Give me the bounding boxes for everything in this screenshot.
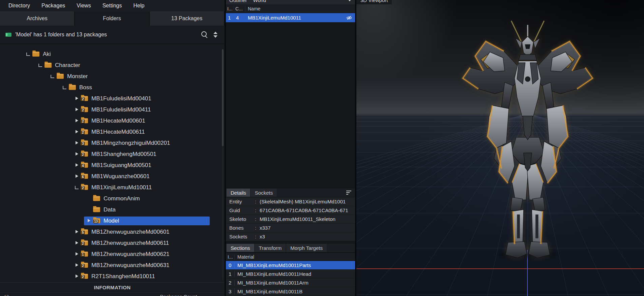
expand-chevron-icon[interactable] (74, 118, 79, 123)
tree-row[interactable]: 2 MB1HecateMd00601 (0, 115, 225, 126)
tree-row[interactable]: 2 MB1ZhenwuguanzheMd00631 (0, 260, 225, 271)
outliner-row-selected[interactable]: 1 4 MB1XinjiLemuMd10011 (226, 13, 355, 22)
tab-sockets[interactable]: Sockets (251, 189, 277, 197)
tree-row[interactable]: Character (0, 60, 225, 71)
tree-row[interactable]: 2 MB1HecateMd00611 (0, 126, 225, 137)
folder-count-badge: 3 (81, 142, 85, 145)
detail-row: Bones : x337 (226, 224, 355, 232)
folder-count-badge: 2 (81, 131, 85, 134)
outliner-row-id: 1 (226, 15, 234, 21)
material-column-headers: I... Material (226, 253, 355, 261)
tree-row[interactable]: 1 MB1ZhenwuguanzheMd00621 (0, 249, 225, 260)
folder-icon: 2 (81, 96, 88, 101)
expand-chevron-icon[interactable] (74, 163, 79, 168)
column-material[interactable]: Material (235, 254, 355, 260)
folder-icon: 5 (81, 229, 88, 234)
chevron-down-icon[interactable] (348, 0, 352, 1)
tree-row[interactable]: 6 MB1Wuguanzhe00601 (0, 171, 225, 182)
expand-chevron-icon[interactable] (86, 207, 91, 212)
material-row[interactable]: 0 MI_MB1XinjiLemuMd10011Parts (226, 261, 355, 270)
expand-chevron-icon[interactable] (26, 52, 31, 57)
outliner-row-name: MB1XinjiLemuMd10011 (245, 15, 346, 21)
tab-sections[interactable]: Sections (227, 244, 254, 252)
detail-row: Skeleto : MB1XinjiLemuMd10011_Skeleton (226, 215, 355, 224)
folder-icon: 3 (81, 140, 88, 145)
tree-row[interactable]: 2 MB1FuludelisiMd00401 (0, 93, 225, 104)
tree-item-label: MB1HecateMd00611 (91, 129, 145, 135)
detail-colon: : (255, 207, 260, 213)
expand-chevron-icon[interactable] (74, 152, 79, 157)
outliner-empty-area[interactable] (226, 22, 355, 188)
column-count[interactable]: C... (234, 6, 245, 11)
material-name: MI_MB1XinjiLemuMd10011Head (235, 271, 311, 277)
viewport-3d[interactable]: 3D Viewport (356, 0, 644, 296)
expand-chevron-icon[interactable] (74, 240, 79, 245)
material-name: MI_MB1XinjiLemuMd10011B (235, 289, 302, 294)
tab-packages-count[interactable]: 13 Packages (150, 11, 225, 26)
expand-chevron-icon[interactable] (86, 218, 91, 223)
expand-chevron-icon[interactable] (74, 263, 79, 268)
tree-row[interactable]: 2 R2T1ShanghenMd10011 (0, 271, 225, 282)
expand-chevron-icon[interactable] (74, 274, 79, 279)
detail-value: x337 (260, 225, 355, 231)
expand-chevron-icon[interactable] (62, 85, 67, 90)
expand-chevron-icon[interactable] (86, 196, 91, 201)
column-id[interactable]: I... (226, 6, 234, 11)
tree-row[interactable]: Boss (0, 82, 225, 93)
menu-settings[interactable]: Settings (97, 3, 128, 9)
expand-chevron-icon[interactable] (74, 229, 79, 234)
material-row[interactable]: 3 MI_MB1XinjiLemuMd10011B (226, 287, 355, 296)
material-list: 0 MI_MB1XinjiLemuMd10011Parts 1 MI_MB1Xi… (226, 261, 355, 296)
expand-chevron-icon[interactable] (38, 63, 43, 68)
menu-help[interactable]: Help (127, 3, 150, 9)
world-dropdown[interactable]: World (253, 0, 266, 3)
tab-folders[interactable]: Folders (75, 11, 150, 26)
column-index[interactable]: I... (226, 254, 235, 260)
tree-row[interactable]: 3 MB1MingzhongzhiguiMd00201 (0, 137, 225, 149)
sections-tab-bar: Sections Transform Morph Targets (226, 243, 355, 253)
tab-details[interactable]: Details (227, 189, 250, 197)
material-row[interactable]: 1 MI_MB1XinjiLemuMd10011Head (226, 270, 355, 278)
detail-label: Guid (226, 207, 255, 213)
material-row[interactable]: 2 MI_MB1XinjiLemuMd10011Arm (226, 278, 355, 287)
tree-row[interactable]: Aki (0, 48, 225, 60)
tree-row[interactable]: 2 MB1ShanghengMd00501 (0, 149, 225, 160)
tree-item-label: MB1ZhenwuguanzheMd00611 (91, 240, 169, 246)
tree-row[interactable]: 2 MB1FuludelisiMd00411 (0, 104, 225, 115)
tab-archives[interactable]: Archives (0, 11, 75, 26)
visibility-off-icon[interactable] (346, 15, 352, 20)
tab-morph-targets[interactable]: Morph Targets (286, 244, 327, 252)
tree-item-label: MB1ZhenwuguanzheMd00601 (91, 229, 170, 235)
expand-chevron-icon[interactable] (50, 74, 55, 79)
tree-row[interactable]: 2 MB1ZhenwuguanzheMd00611 (0, 237, 225, 249)
folder-count-badge: 2 (81, 242, 85, 245)
expand-collapse-all-icon[interactable] (212, 31, 219, 38)
expand-chevron-icon[interactable] (74, 107, 79, 112)
tree-row[interactable]: Monster (0, 71, 225, 82)
tab-outliner[interactable]: Outliner (229, 0, 247, 3)
menu-directory[interactable]: Directory (3, 3, 36, 9)
detail-value: x3 (260, 234, 355, 239)
menu-packages[interactable]: Packages (36, 3, 71, 9)
expand-chevron-icon[interactable] (74, 185, 79, 190)
tree-item-label: Boss (79, 84, 92, 91)
filter-icon[interactable] (346, 190, 352, 195)
expand-chevron-icon[interactable] (74, 96, 79, 101)
tree-scrollbar[interactable] (222, 49, 224, 280)
tab-transform[interactable]: Transform (255, 244, 286, 252)
tree-row[interactable]: 2 MB1XinjiLemuMd10011 (0, 182, 225, 193)
tree-row[interactable]: 13 Model (0, 215, 225, 226)
expand-chevron-icon[interactable] (74, 174, 79, 179)
menu-views[interactable]: Views (71, 3, 96, 9)
tree-row[interactable]: Data (0, 204, 225, 215)
search-icon[interactable] (201, 31, 208, 38)
column-name[interactable]: Name (245, 6, 355, 11)
tree-row[interactable]: 5 MB1ZhenwuguanzheMd00601 (0, 226, 225, 237)
expand-chevron-icon[interactable] (74, 252, 79, 257)
expand-chevron-icon[interactable] (74, 129, 79, 134)
tree-row[interactable]: 4 MB1SuiguangMd00501 (0, 160, 225, 171)
expand-chevron-icon[interactable] (74, 140, 79, 145)
folder-icon (93, 207, 100, 212)
tree-scrollbar-thumb[interactable] (222, 49, 224, 146)
tree-row[interactable]: CommonAnim (0, 193, 225, 204)
